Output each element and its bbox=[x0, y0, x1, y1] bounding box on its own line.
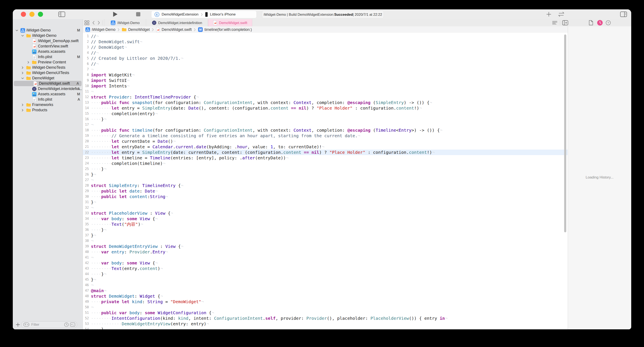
code-line-35[interactable]: 35········Text("内容")¬ bbox=[83, 222, 568, 227]
tab-iwidget-demo[interactable]: iWidget-Demo bbox=[104, 19, 146, 26]
code-line-44[interactable]: 44····}¬ bbox=[83, 271, 568, 277]
code-line-12[interactable]: 12struct Provider: IntentTimelineProvide… bbox=[83, 94, 568, 100]
code-line-24[interactable]: 24········completion(timeline)¬ bbox=[83, 161, 568, 166]
minimize-window-button[interactable] bbox=[30, 12, 34, 17]
history-inspector-icon[interactable] bbox=[596, 19, 603, 26]
tab-overview-icon[interactable] bbox=[84, 19, 90, 26]
filter-field[interactable] bbox=[21, 321, 77, 328]
code-line-26[interactable]: 26}¬ bbox=[83, 172, 568, 177]
code-line-51[interactable]: 51····public var body: some WidgetConfig… bbox=[83, 310, 568, 316]
tab-demowidget-intentdefinition[interactable]: DemoWidget.intentdefinition bbox=[146, 19, 208, 26]
sidebar-item-iwidget-demouitests[interactable]: iWidget-DemoUITests bbox=[13, 70, 83, 75]
code-line-4[interactable]: 4//¬ bbox=[83, 50, 568, 55]
zoom-window-button[interactable] bbox=[38, 12, 43, 17]
code-line-17[interactable]: 17¬ bbox=[83, 122, 568, 127]
disclosure-open-icon[interactable] bbox=[14, 28, 19, 33]
tab-demowidget-swift[interactable]: DemoWidget.swift bbox=[208, 19, 252, 26]
code-line-47[interactable]: 47@main¬ bbox=[83, 288, 568, 293]
code-line-19[interactable]: 19········// Generate a timeline consist… bbox=[83, 133, 568, 138]
back-chevron-icon[interactable] bbox=[91, 19, 96, 26]
code-line-3[interactable]: 3// DemoWidget¬ bbox=[83, 44, 568, 50]
sidebar-item-info-plist[interactable]: Info.plistA bbox=[13, 97, 83, 102]
source-editor[interactable]: 1//¬2// DemoWidget.swift¬3// DemoWidget¬… bbox=[83, 33, 568, 329]
disclosure-closed-icon[interactable] bbox=[20, 65, 25, 70]
disclosure-closed-icon[interactable] bbox=[20, 108, 25, 113]
editor-options-icon[interactable] bbox=[551, 19, 558, 26]
code-line-46[interactable]: 46¬ bbox=[83, 282, 568, 288]
code-line-23[interactable]: 23········let timeline = Timeline(entrie… bbox=[83, 155, 568, 161]
code-line-53[interactable]: 53············DemoWidgetEntryView(entry:… bbox=[83, 321, 568, 327]
run-button[interactable] bbox=[112, 9, 118, 19]
library-add-icon[interactable] bbox=[545, 9, 552, 19]
editor-scrollbar[interactable] bbox=[564, 34, 566, 232]
swap-arrows-icon[interactable] bbox=[556, 9, 566, 19]
jumpbar-item-demowidget[interactable]: DemoWidget bbox=[122, 27, 150, 32]
code-line-52[interactable]: 52········IntentConfiguration(kind: kind… bbox=[83, 316, 568, 321]
forward-chevron-icon[interactable] bbox=[96, 19, 101, 26]
stop-button[interactable] bbox=[136, 9, 141, 19]
sidebar-item-demowidget-intentdefin-[interactable]: DemoWidget.intentdefin...A bbox=[13, 86, 83, 91]
sidebar-item-assets-xcassets[interactable]: Assets.xcassetsM bbox=[13, 91, 83, 97]
code-line-2[interactable]: 2// DemoWidget.swift¬ bbox=[83, 39, 568, 44]
code-line-41[interactable]: 41¬ bbox=[83, 255, 568, 260]
code-line-37[interactable]: 37}¬ bbox=[83, 233, 568, 238]
code-line-27[interactable]: 27¬ bbox=[83, 177, 568, 183]
help-inspector-icon[interactable]: ? bbox=[605, 19, 612, 26]
code-line-28[interactable]: 28struct SimpleEntry: TimelineEntry {¬ bbox=[83, 183, 568, 188]
jumpbar-item-iwidget-demo[interactable]: iWidget-Demo bbox=[85, 27, 116, 32]
code-line-6[interactable]: 6//¬ bbox=[83, 61, 568, 67]
sidebar-item-products[interactable]: Products bbox=[13, 107, 83, 113]
code-line-39[interactable]: 39struct DemoWidgetEntryView : View {¬ bbox=[83, 244, 568, 249]
code-line-31[interactable]: 31}¬ bbox=[83, 199, 568, 205]
disclosure-closed-icon[interactable] bbox=[20, 102, 25, 107]
code-line-21[interactable]: 21········let entryDate = Calendar.curre… bbox=[83, 144, 568, 150]
add-editor-icon[interactable] bbox=[562, 19, 569, 26]
code-line-11[interactable]: 11¬ bbox=[83, 89, 568, 94]
activity-status[interactable]: iWidget-Demo | Build DemoWidgetExtension… bbox=[262, 11, 384, 18]
file-inspector-icon[interactable] bbox=[588, 19, 594, 26]
sidebar-item-contentview-swift[interactable]: ContentView.swift bbox=[13, 44, 83, 49]
sidebar-item-frameworks[interactable]: Frameworks bbox=[13, 102, 83, 107]
toggle-navigator-icon[interactable] bbox=[58, 9, 66, 19]
code-line-38[interactable]: 38¬ bbox=[83, 238, 568, 244]
code-line-49[interactable]: 49····private let kind: String = "DemoWi… bbox=[83, 299, 568, 305]
code-line-18[interactable]: 18····public func timeline(for configura… bbox=[83, 127, 568, 133]
code-line-33[interactable]: 33struct PlaceholderView : View {¬ bbox=[83, 210, 568, 216]
code-line-54[interactable]: 54····} bbox=[83, 327, 568, 329]
toggle-inspector-icon[interactable] bbox=[620, 9, 628, 19]
code-line-40[interactable]: 40····var entry: Provider.Entry¬ bbox=[83, 249, 568, 255]
sidebar-item-demowidget-swift[interactable]: DemoWidget.swiftA bbox=[14, 81, 82, 86]
recents-clock-icon[interactable] bbox=[64, 322, 69, 327]
code-line-45[interactable]: 45}¬ bbox=[83, 277, 568, 282]
code-line-15[interactable]: 15········completion(entry)¬ bbox=[83, 111, 568, 116]
jumpbar-item-demowidget-swift[interactable]: DemoWidget.swift bbox=[156, 27, 192, 32]
sidebar-item-iwidget-demotests[interactable]: iWidget-DemoTests bbox=[13, 65, 83, 70]
sidebar-item-info-plist[interactable]: Info.plistM bbox=[13, 54, 83, 59]
sidebar-item-preview-content[interactable]: Preview Content bbox=[13, 59, 83, 65]
code-line-9[interactable]: 9import SwiftUI¬ bbox=[83, 78, 568, 83]
code-line-32[interactable]: 32¬ bbox=[83, 205, 568, 210]
code-line-1[interactable]: 1//¬ bbox=[83, 33, 568, 39]
sidebar-item-iwidget-demoapp-swift[interactable]: iWidget_DemoApp.swift bbox=[13, 38, 83, 44]
code-line-42[interactable]: 42····var body: some View {¬ bbox=[83, 260, 568, 266]
code-line-22[interactable]: 22········let entry = SimpleEntry(date: … bbox=[83, 150, 568, 155]
filter-input[interactable] bbox=[31, 322, 63, 327]
code-line-36[interactable]: 36····}¬ bbox=[83, 227, 568, 233]
close-window-button[interactable] bbox=[21, 12, 26, 17]
sidebar-item-iwidget-demo[interactable]: iWidget-DemoM bbox=[13, 28, 83, 33]
disclosure-closed-icon[interactable] bbox=[26, 60, 31, 65]
scheme-selector[interactable]: E DemoWidgetExtension Littleor's iPhone bbox=[151, 11, 256, 18]
code-line-30[interactable]: 30····public let content:String¬ bbox=[83, 194, 568, 199]
code-line-20[interactable]: 20········let currentDate = Date()¬ bbox=[83, 138, 568, 144]
sidebar-item-iwidget-demo[interactable]: iWidget-Demo bbox=[13, 33, 83, 38]
scm-status-icon[interactable] bbox=[70, 323, 75, 327]
disclosure-open-icon[interactable] bbox=[20, 76, 25, 81]
add-file-button[interactable] bbox=[15, 322, 21, 328]
code-line-8[interactable]: 8import WidgetKit¬ bbox=[83, 72, 568, 78]
code-line-13[interactable]: 13····public func snapshot(for configura… bbox=[83, 100, 568, 105]
code-line-50[interactable]: 50¬ bbox=[83, 305, 568, 310]
code-line-10[interactable]: 10import Intents¬ bbox=[83, 83, 568, 89]
code-line-7[interactable]: 7¬ bbox=[83, 67, 568, 72]
code-line-5[interactable]: 5// Created by Littleor on 2020/7/1.¬ bbox=[83, 55, 568, 61]
disclosure-closed-icon[interactable] bbox=[20, 71, 25, 75]
